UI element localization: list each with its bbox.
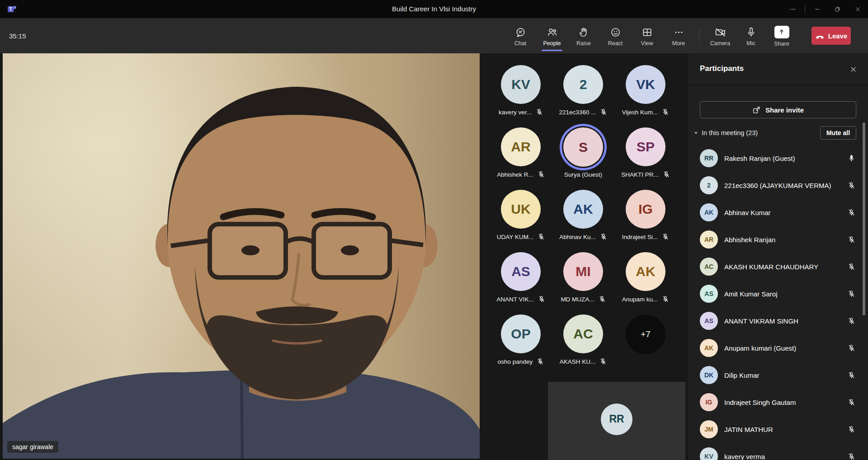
camera-button[interactable]: Camera (706, 18, 734, 53)
tab-people[interactable]: People (539, 18, 565, 53)
close-panel-icon[interactable] (847, 63, 859, 75)
mic-muted-icon (662, 233, 669, 240)
mic-muted-icon (600, 233, 607, 240)
grid-name-row: kavery ver... (499, 108, 543, 116)
participant-name: Abhishek Ranjan (724, 236, 841, 244)
participant-mic-icon[interactable] (848, 371, 855, 379)
mic-muted-icon (599, 296, 606, 303)
participant-row[interactable]: 2 221ec3360 (AJAYKUMAR VERMA) (688, 172, 868, 199)
grid-participant-tile[interactable]: AK Abhinav Ku... (552, 178, 614, 240)
grid-name-row: MD MUZA... (561, 296, 605, 303)
participant-row[interactable]: AS ANANT VIKRAM SINGH (688, 307, 868, 334)
tab-react[interactable]: React (603, 18, 628, 53)
participant-mic-icon[interactable] (848, 155, 855, 162)
participant-mic-icon[interactable] (848, 263, 855, 271)
participant-row[interactable]: IG Indrajeet Singh Gautam (688, 389, 868, 416)
meeting-stage: sagar girawale KV kavery ver... (0, 53, 868, 460)
participant-name: kavery verma (724, 453, 841, 460)
grid-participant-tile[interactable]: KV kavery ver... (490, 53, 552, 116)
panel-title: Participants (700, 64, 744, 73)
participant-mic-icon[interactable] (848, 290, 855, 298)
share-invite-icon (752, 106, 761, 114)
grid-participant-tile[interactable]: AS ANANT VIK... (490, 240, 552, 303)
teams-meeting-window: T Build Career In Vlsi Industry 35:15 (0, 0, 868, 460)
main-video-tile[interactable]: sagar girawale (3, 53, 480, 459)
mic-button[interactable]: Mic (737, 18, 765, 53)
tab-view[interactable]: View (634, 18, 660, 53)
participant-row[interactable]: KV kavery verma (688, 443, 868, 460)
share-button[interactable]: Share (768, 18, 796, 53)
participant-mic-icon[interactable] (848, 344, 855, 352)
in-meeting-label: In this meeting (23) (702, 129, 758, 136)
tab-raise[interactable]: Raise (571, 18, 596, 53)
avatar: RR (700, 149, 718, 167)
grid-participant-tile[interactable]: OP osho pandey (490, 303, 552, 365)
share-invite-button[interactable]: Share invite (700, 101, 856, 118)
participant-row[interactable]: DK Dilip Kumar (688, 361, 868, 389)
participant-row[interactable]: JM JATIN MATHUR (688, 416, 868, 443)
chevron-down-icon[interactable] (693, 131, 698, 136)
camera-off-icon (715, 27, 726, 38)
participant-mic-icon[interactable] (848, 399, 855, 406)
mic-muted-icon (662, 108, 669, 116)
participant-mic-icon[interactable] (848, 426, 855, 433)
avatar: AC (700, 258, 718, 276)
grid-participant-tile[interactable]: +7 (614, 303, 677, 365)
participant-mic-icon[interactable] (848, 182, 855, 189)
avatar: AR (501, 127, 541, 166)
avatar: KV (501, 65, 541, 104)
participant-name: kavery ver... (499, 109, 532, 116)
grid-participant-tile[interactable]: AK Anupam ku... (614, 240, 677, 303)
restore-icon[interactable] (827, 0, 848, 18)
avatar: IG (626, 190, 665, 229)
grid-participant-tile[interactable]: VK Vijesh Kum... (614, 53, 677, 116)
meeting-toolbar: 35:15 Chat People Raise React View (0, 18, 868, 53)
grid-participant-tile[interactable]: IG Indrajeet Si... (614, 178, 677, 240)
grid-participant-tile[interactable]: UK UDAY KUM... (490, 178, 552, 240)
grid-participant-tile[interactable]: MI MD MUZA... (552, 240, 614, 303)
people-icon (547, 27, 558, 38)
tab-more[interactable]: More (666, 18, 691, 53)
participant-name: 221ec3360 ... (559, 109, 596, 116)
grid-participant-tile[interactable]: 2 221ec3360 ... (552, 53, 614, 116)
grid-participant-tile[interactable]: AC AKASH KU... (552, 303, 614, 365)
participant-name: Indrajeet Si... (622, 234, 658, 240)
mute-all-button[interactable]: Mute all (820, 126, 856, 140)
window-more-icon[interactable] (783, 0, 803, 18)
participant-row[interactable]: AK Anupam kumari (Guest) (688, 334, 868, 361)
avatar: SP (626, 127, 665, 166)
minimize-icon[interactable] (807, 0, 827, 18)
tab-chat[interactable]: Chat (508, 18, 533, 53)
tab-raise-label: Raise (576, 40, 591, 47)
participant-mic-icon[interactable] (848, 317, 855, 325)
device-controls: Camera Mic Share (706, 18, 796, 53)
avatar: AS (700, 285, 718, 303)
tab-people-label: People (543, 40, 561, 47)
grid-name-row: Surya (Guest) (564, 171, 602, 178)
participant-row[interactable]: AK Abhinav Kumar (688, 199, 868, 226)
leave-button[interactable]: Leave (811, 27, 851, 45)
participant-name: osho pandey (498, 358, 533, 365)
participant-row[interactable]: AS Amit Kumar Saroj (688, 280, 868, 307)
participant-mic-icon[interactable] (848, 209, 855, 216)
grid-participant-tile[interactable]: S Surya (Guest) (552, 116, 614, 178)
in-meeting-section: In this meeting (23) Mute all (693, 126, 856, 140)
avatar: +7 (626, 314, 665, 354)
avatar: UK (501, 190, 541, 229)
participant-name: Abhishek R... (497, 171, 533, 178)
speaker-name-label: sagar girawale (7, 441, 58, 453)
close-window-icon[interactable] (848, 0, 868, 18)
participant-name: Rakesh Ranjan (Guest) (724, 155, 841, 162)
grid-name-row: UDAY KUM... (497, 233, 545, 240)
participant-mic-icon[interactable] (848, 236, 855, 244)
toolbar-tabs: Chat People Raise React View More (508, 18, 691, 53)
participant-mic-icon[interactable] (848, 453, 855, 460)
participant-row[interactable]: AC AKASH KUMAR CHAUDHARY (688, 253, 868, 280)
panel-scrollbar[interactable] (863, 122, 865, 315)
grid-participant-tile[interactable]: SP SHAKTI PR... (614, 116, 677, 178)
mini-speaker-tile[interactable]: RR (548, 382, 685, 460)
participant-row[interactable]: AR Abhishek Ranjan (688, 226, 868, 253)
grid-participant-tile[interactable]: AR Abhishek R... (490, 116, 552, 178)
participant-row[interactable]: RR Rakesh Ranjan (Guest) (688, 145, 868, 172)
tab-chat-label: Chat (514, 40, 526, 47)
